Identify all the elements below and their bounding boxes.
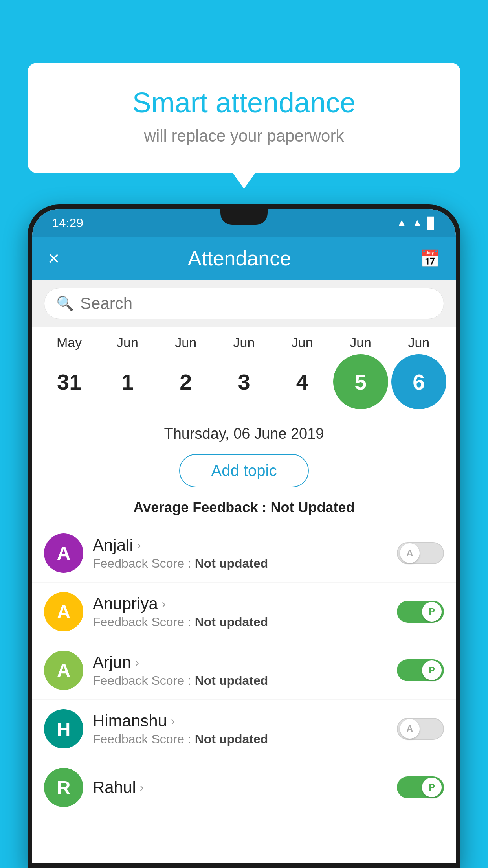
battery-icon: ▊ (427, 217, 436, 230)
search-icon: 🔍 (56, 295, 74, 312)
attendance-toggle-himanshu[interactable]: A (397, 718, 444, 740)
add-topic-container: Add topic (32, 446, 456, 495)
calendar-date-2[interactable]: 2 (158, 354, 213, 409)
calendar-dates-row: 31 1 2 3 4 5 6 (32, 350, 456, 413)
selected-date-label: Thursday, 06 June 2019 (32, 425, 456, 442)
calendar-date-4[interactable]: 4 (275, 354, 330, 409)
student-item-anjali: A Anjali › Feedback Score : Not updated … (32, 524, 456, 583)
month-1: Jun (100, 335, 155, 350)
toggle-thumb-anupriya: P (422, 602, 442, 622)
average-feedback-value: Not Updated (270, 499, 354, 515)
avatar-himanshu: H (44, 709, 83, 748)
close-button[interactable]: × (48, 247, 59, 270)
calendar-date-31[interactable]: 31 (42, 354, 97, 409)
avatar-rahul: R (44, 768, 83, 807)
month-2: Jun (158, 335, 213, 350)
student-item-himanshu: H Himanshu › Feedback Score : Not update… (32, 700, 456, 758)
status-icons: ▲ ▲ ▊ (396, 217, 436, 230)
phone-frame: 14:29 ▲ ▲ ▊ × Attendance 📅 🔍 May Jun (28, 204, 460, 868)
app-header: × Attendance 📅 (32, 237, 456, 280)
student-name-anupriya[interactable]: Anupriya › (93, 594, 387, 613)
app-tagline-subtitle: will replace your paperwork (51, 127, 437, 145)
attendance-toggle-anjali[interactable]: A (397, 542, 444, 564)
attendance-toggle-rahul[interactable]: P (397, 776, 444, 798)
student-info-arjun: Arjun › Feedback Score : Not updated (93, 653, 387, 688)
app-title: Attendance (188, 246, 291, 270)
avatar-anjali: A (44, 533, 83, 573)
add-topic-button[interactable]: Add topic (179, 454, 309, 487)
calendar-months-row: May Jun Jun Jun Jun Jun Jun (32, 335, 456, 350)
student-name-arjun[interactable]: Arjun › (93, 653, 387, 672)
signal-icon: ▲ (412, 217, 423, 229)
student-item-arjun: A Arjun › Feedback Score : Not updated P (32, 641, 456, 700)
student-info-himanshu: Himanshu › Feedback Score : Not updated (93, 712, 387, 747)
student-feedback-anupriya: Feedback Score : Not updated (93, 615, 387, 629)
search-bar[interactable]: 🔍 (44, 288, 444, 319)
month-5: Jun (333, 335, 388, 350)
date-info-section: Thursday, 06 June 2019 (32, 417, 456, 446)
average-feedback-row: Average Feedback : Not Updated (32, 495, 456, 524)
average-feedback-label: Average Feedback : (134, 499, 271, 515)
student-info-anupriya: Anupriya › Feedback Score : Not updated (93, 594, 387, 629)
student-name-anjali[interactable]: Anjali › (93, 536, 387, 555)
chevron-right-icon: › (140, 781, 144, 794)
avatar-anupriya: A (44, 592, 83, 631)
toggle-thumb-anjali: A (400, 543, 420, 563)
search-input[interactable] (80, 294, 432, 313)
student-feedback-himanshu: Feedback Score : Not updated (93, 732, 387, 747)
calendar-date-6-selected[interactable]: 6 (391, 354, 446, 409)
student-feedback-anjali: Feedback Score : Not updated (93, 556, 387, 571)
attendance-toggle-anupriya[interactable]: P (397, 601, 444, 623)
speech-bubble: Smart attendance will replace your paper… (28, 63, 460, 173)
month-4: Jun (275, 335, 330, 350)
attendance-toggle-arjun[interactable]: P (397, 659, 444, 681)
chevron-right-icon: › (162, 597, 166, 611)
month-6: Jun (391, 335, 446, 350)
calendar-date-1[interactable]: 1 (100, 354, 155, 409)
calendar-date-5-today[interactable]: 5 (333, 354, 388, 409)
chevron-right-icon: › (137, 539, 141, 552)
student-feedback-arjun: Feedback Score : Not updated (93, 673, 387, 688)
wifi-icon: ▲ (396, 217, 407, 229)
student-list: A Anjali › Feedback Score : Not updated … (32, 524, 456, 817)
calendar-button[interactable]: 📅 (420, 249, 440, 268)
student-item-rahul: R Rahul › P (32, 758, 456, 817)
search-section: 🔍 (32, 280, 456, 327)
chevron-right-icon: › (171, 714, 175, 728)
student-info-anjali: Anjali › Feedback Score : Not updated (93, 536, 387, 571)
toggle-thumb-arjun: P (422, 660, 442, 680)
student-name-rahul[interactable]: Rahul › (93, 778, 387, 797)
toggle-thumb-rahul: P (422, 778, 442, 797)
toggle-thumb-himanshu: A (400, 719, 420, 739)
month-3: Jun (216, 335, 272, 350)
student-item-anupriya: A Anupriya › Feedback Score : Not update… (32, 583, 456, 641)
student-info-rahul: Rahul › (93, 778, 387, 797)
student-name-himanshu[interactable]: Himanshu › (93, 712, 387, 730)
app-tagline-title: Smart attendance (51, 86, 437, 119)
avatar-arjun: A (44, 651, 83, 690)
calendar-section: May Jun Jun Jun Jun Jun Jun 31 1 2 3 4 5… (32, 327, 456, 417)
phone-notch (220, 209, 268, 225)
calendar-date-3[interactable]: 3 (216, 354, 272, 409)
phone-screen: 14:29 ▲ ▲ ▊ × Attendance 📅 🔍 May Jun (32, 209, 456, 863)
chevron-right-icon: › (135, 656, 139, 669)
status-time: 14:29 (52, 216, 83, 230)
month-0: May (42, 335, 97, 350)
